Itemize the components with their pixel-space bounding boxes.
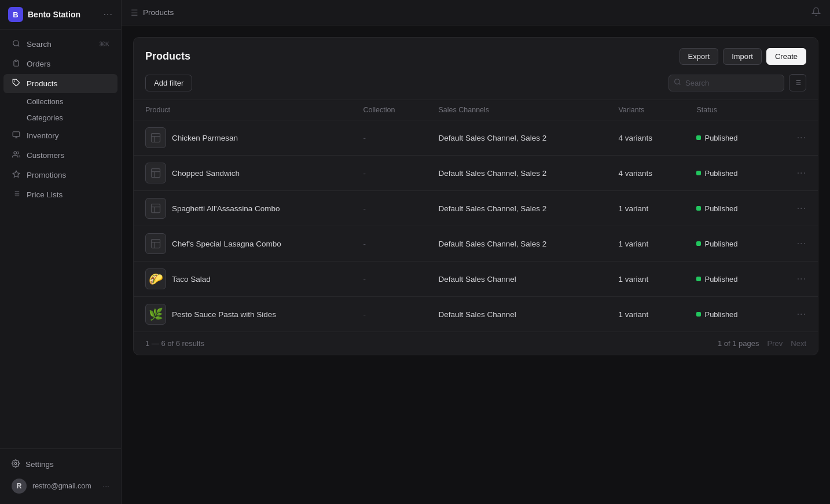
col-variants: Variants [607, 100, 685, 120]
avatar: R [12, 479, 27, 494]
row-actions[interactable]: ··· [773, 262, 818, 297]
sidebar-dots-button[interactable]: ··· [104, 9, 113, 20]
variants-cell: 1 variant [607, 297, 685, 332]
product-thumb [145, 163, 166, 183]
row-actions[interactable]: ··· [773, 120, 818, 156]
products-icon [12, 79, 21, 89]
table-row[interactable]: 🌿Pesto Sauce Pasta with Sides-Default Sa… [134, 297, 818, 332]
svg-line-17 [679, 83, 680, 84]
sidebar-header: B Bento Station ··· [0, 0, 121, 30]
main-content: ☰ Products Products Export Import Create… [122, 0, 830, 504]
svg-line-1 [18, 45, 20, 47]
table-row[interactable]: 🌮Taco Salad-Default Sales Channel1 varia… [134, 262, 818, 297]
pagination: 1 — 6 of 6 results 1 of 1 pages Prev Nex… [134, 332, 818, 355]
status-dot [696, 277, 701, 281]
list-view-button[interactable] [789, 74, 806, 91]
export-button[interactable]: Export [680, 48, 719, 65]
row-actions[interactable]: ··· [773, 297, 818, 332]
next-button: Next [791, 339, 806, 348]
status-dot [696, 312, 701, 317]
settings-nav-item[interactable]: Settings [3, 455, 117, 474]
svg-rect-4 [13, 132, 20, 137]
row-actions[interactable]: ··· [773, 226, 818, 262]
variants-cell: 1 variant [607, 226, 685, 262]
status-cell: Published [685, 191, 773, 226]
status-cell: Published [685, 120, 773, 156]
user-profile[interactable]: R restro@gmail.com ··· [3, 474, 117, 498]
table-row[interactable]: Chef's Special Lasagna Combo-Default Sal… [134, 226, 818, 262]
table-row[interactable]: Spaghetti All'Assassina Combo-Default Sa… [134, 191, 818, 226]
content-area: Products Export Import Create Add filter [122, 25, 830, 504]
collection-cell: - [351, 120, 427, 156]
sidebar-item-collections[interactable]: Collections [3, 94, 117, 109]
filter-bar: Add filter [134, 74, 818, 100]
status-label: Published [704, 275, 737, 284]
variants-cell: 4 variants [607, 156, 685, 191]
status-label: Published [704, 204, 737, 213]
svg-point-3 [14, 80, 15, 82]
row-actions[interactable]: ··· [773, 156, 818, 191]
col-collection: Collection [351, 100, 427, 120]
product-cell: Chopped Sandwich [134, 156, 351, 191]
status-dot [696, 241, 701, 246]
search-icon [674, 78, 681, 87]
product-thumb [145, 127, 166, 148]
svg-point-16 [675, 79, 680, 84]
status-cell: Published [685, 297, 773, 332]
sidebar-item-orders[interactable]: Orders [3, 54, 117, 73]
table-row[interactable]: Chicken Parmesan-Default Sales Channel, … [134, 120, 818, 156]
sidebar-item-search[interactable]: Search ⌘K [3, 35, 117, 54]
sales-channels-cell: Default Sales Channel [427, 297, 607, 332]
sidebar-item-promotions[interactable]: Promotions [3, 165, 117, 185]
brand-icon: B [8, 7, 23, 22]
sales-channels-cell: Default Sales Channel [427, 262, 607, 297]
svg-point-15 [14, 462, 17, 465]
svg-marker-8 [13, 171, 20, 177]
user-menu-button[interactable]: ··· [102, 481, 109, 491]
row-actions[interactable]: ··· [773, 191, 818, 226]
pagination-range: 1 — 6 of 6 results [145, 339, 204, 348]
notification-bell[interactable] [811, 7, 821, 19]
sidebar-item-inventory[interactable]: Inventory [3, 126, 117, 145]
status-cell: Published [685, 262, 773, 297]
sidebar-item-products[interactable]: Products [3, 74, 117, 93]
sidebar: B Bento Station ··· Search ⌘K Orders Pro… [0, 0, 122, 504]
svg-point-0 [13, 41, 19, 46]
product-thumb [145, 233, 166, 254]
collection-cell: - [351, 262, 427, 297]
sidebar-item-label: Orders [27, 60, 50, 68]
page-label: 1 of 1 pages [718, 339, 759, 348]
collection-cell: - [351, 156, 427, 191]
product-cell: 🌮Taco Salad [134, 262, 351, 297]
svg-point-7 [14, 152, 17, 154]
sidebar-item-price-lists[interactable]: Price Lists [3, 185, 117, 204]
sidebar-item-categories[interactable]: Categories [3, 110, 117, 126]
topbar: ☰ Products [122, 0, 830, 25]
sales-channels-cell: Default Sales Channel, Sales 2 [427, 120, 607, 156]
sidebar-item-customers[interactable]: Customers [3, 146, 117, 165]
product-name: Pesto Sauce Pasta with Sides [172, 310, 276, 319]
product-cell: 🌿Pesto Sauce Pasta with Sides [134, 297, 351, 332]
categories-label: Categories [27, 113, 63, 122]
svg-rect-25 [152, 169, 160, 178]
breadcrumb: Products [143, 8, 174, 17]
svg-rect-24 [152, 134, 160, 142]
price-lists-icon [12, 190, 21, 200]
status-dot [696, 135, 701, 140]
customers-icon [12, 150, 21, 160]
import-button[interactable]: Import [723, 48, 762, 65]
variants-cell: 1 variant [607, 262, 685, 297]
add-filter-button[interactable]: Add filter [145, 75, 192, 91]
table-row[interactable]: Chopped Sandwich-Default Sales Channel, … [134, 156, 818, 191]
products-table: Product Collection Sales Channels Varian… [134, 100, 818, 332]
search-input[interactable] [669, 75, 784, 91]
sidebar-item-label: Promotions [27, 171, 66, 179]
brand[interactable]: B Bento Station [8, 7, 80, 22]
svg-rect-26 [152, 204, 160, 213]
orders-icon [12, 59, 21, 69]
status-dot [696, 171, 701, 175]
sidebar-item-label: Inventory [27, 131, 59, 140]
status-label: Published [704, 169, 737, 178]
sidebar-shortcut: ⌘K [99, 41, 109, 48]
create-button[interactable]: Create [766, 48, 806, 65]
